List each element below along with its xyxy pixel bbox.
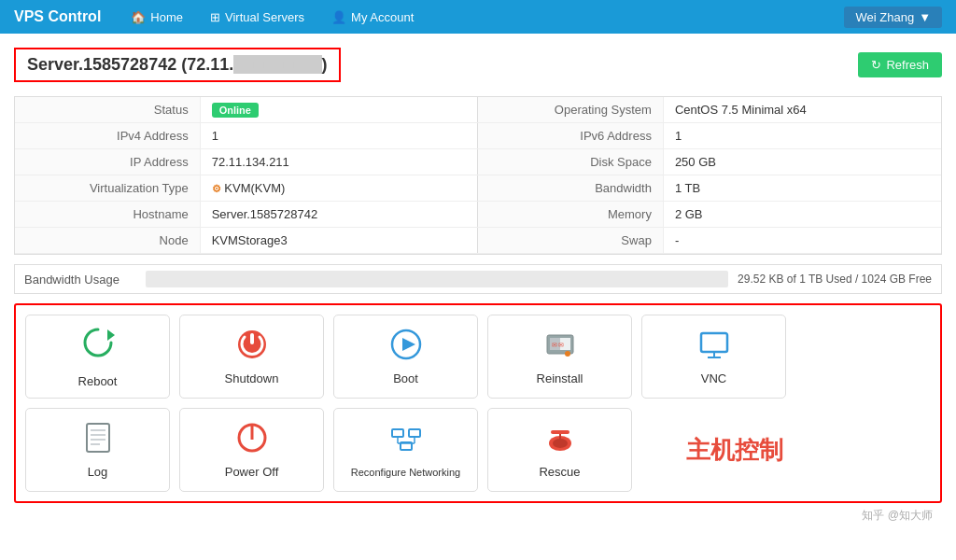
nav-links: 🏠 Home ⊞ Virtual Servers 👤 My Account [120, 0, 844, 34]
shutdown-button[interactable]: Shutdown [179, 315, 324, 399]
svg-text:✉: ✉ [558, 342, 564, 348]
control-panel: Reboot Shutdown Boot [14, 303, 942, 503]
boot-icon [389, 328, 423, 364]
info-table-right: Operating System CentOS 7.5 Minimal x64 … [478, 97, 941, 254]
svg-text:✉: ✉ [552, 342, 557, 348]
rescue-button[interactable]: Rescue [487, 408, 632, 492]
svg-marker-4 [402, 338, 415, 351]
reboot-button[interactable]: Reboot [25, 315, 170, 399]
svg-rect-14 [87, 424, 109, 452]
svg-rect-22 [409, 429, 420, 437]
table-row: Swap - [478, 228, 941, 254]
account-icon: 👤 [331, 10, 346, 24]
table-row: IPv4 Address 1 [15, 123, 478, 149]
reconfig-icon [389, 423, 423, 459]
home-icon: 🏠 [131, 10, 146, 24]
kvm-icon: ⚙ [212, 183, 221, 194]
svg-rect-21 [392, 429, 403, 437]
refresh-icon: ↻ [871, 58, 881, 72]
poweroff-icon [235, 421, 269, 457]
server-title: Server.1585728742 (72.11.■■■■■) [14, 48, 341, 82]
reconfig-networking-button[interactable]: Reconfigure Networking [333, 408, 478, 492]
log-icon [81, 421, 115, 457]
chevron-down-icon: ▼ [919, 10, 931, 24]
nav-home[interactable]: 🏠 Home [120, 0, 194, 34]
svg-rect-2 [250, 333, 254, 344]
info-section: Status Online IPv4 Address 1 IP Address … [14, 96, 942, 255]
servers-icon: ⊞ [210, 10, 220, 24]
table-row: Hostname Server.1585728742 [15, 202, 478, 228]
table-row: Bandwidth 1 TB [478, 175, 941, 202]
main-content: Server.1585728742 (72.11.■■■■■) ↻ Refres… [0, 34, 956, 560]
reboot-icon [81, 326, 115, 367]
status-badge: Online [212, 103, 259, 118]
control-grid: Reboot Shutdown Boot [25, 315, 931, 492]
user-menu[interactable]: Wei Zhang ▼ [844, 7, 942, 28]
table-row: Virtualization Type ⚙ KVM(KVM) [15, 175, 478, 202]
table-row: Disk Space 250 GB [478, 149, 941, 175]
table-row: Operating System CentOS 7.5 Minimal x64 [478, 97, 941, 123]
vnc-icon [697, 328, 731, 364]
boot-button[interactable]: Boot [333, 315, 478, 399]
table-row: Node KVMStorage3 [15, 228, 478, 254]
vnc-button[interactable]: VNC [641, 315, 786, 399]
watermark: 知乎 @知大师 [862, 508, 933, 524]
nav-my-account[interactable]: 👤 My Account [320, 0, 425, 34]
server-title-row: Server.1585728742 (72.11.■■■■■) ↻ Refres… [14, 48, 942, 82]
table-row: IP Address 72.11.134.211 [15, 149, 478, 175]
table-row: Memory 2 GB [478, 202, 941, 228]
svg-rect-11 [701, 333, 727, 352]
shutdown-icon [235, 328, 269, 364]
svg-rect-30 [551, 430, 569, 434]
bandwidth-bar-container [146, 271, 728, 287]
rescue-icon [543, 421, 577, 457]
reinstall-icon: ✉ ✉ [543, 328, 577, 364]
brand[interactable]: VPS Control [14, 8, 101, 25]
table-row: IPv6 Address 1 [478, 123, 941, 149]
reinstall-button[interactable]: ✉ ✉ Reinstall [487, 315, 632, 399]
table-row: Status Online [15, 97, 478, 123]
bandwidth-row: Bandwidth Usage 29.52 KB of 1 TB Used / … [14, 264, 942, 294]
chinese-label: 主机控制 [641, 408, 828, 492]
svg-marker-0 [107, 329, 115, 341]
refresh-button[interactable]: ↻ Refresh [858, 52, 942, 77]
log-button[interactable]: Log [25, 408, 170, 492]
info-table-left: Status Online IPv4 Address 1 IP Address … [15, 97, 478, 254]
nav-virtual-servers[interactable]: ⊞ Virtual Servers [199, 0, 316, 34]
svg-point-8 [565, 351, 570, 357]
poweroff-button[interactable]: Power Off [179, 408, 324, 492]
navbar: VPS Control 🏠 Home ⊞ Virtual Servers 👤 M… [0, 0, 956, 34]
